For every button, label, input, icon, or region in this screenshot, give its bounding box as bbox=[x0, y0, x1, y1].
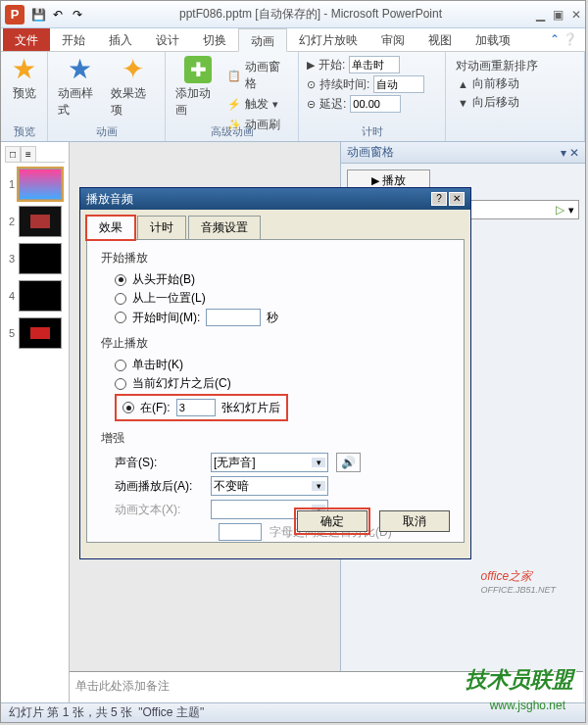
anim-text-label: 动画文本(X): bbox=[115, 502, 203, 518]
highlighted-option: 在(F): 张幻灯片后 bbox=[115, 394, 288, 421]
letter-delay-input bbox=[219, 523, 262, 541]
tab-slideshow[interactable]: 幻灯片放映 bbox=[287, 28, 369, 51]
play-icon: ▷ bbox=[556, 203, 564, 217]
slide-thumb-2[interactable]: 2 bbox=[5, 206, 65, 237]
sound-combo[interactable]: [无声音]▾ bbox=[211, 453, 328, 472]
after-anim-combo[interactable]: 不变暗▾ bbox=[211, 476, 328, 496]
tab-review[interactable]: 审阅 bbox=[369, 28, 416, 51]
redo-icon[interactable]: ↷ bbox=[70, 7, 85, 23]
start-row: ▶ 开始: bbox=[307, 56, 437, 73]
delay-row: ⊝ 延迟: bbox=[307, 95, 437, 113]
slide-thumb-1[interactable]: 1 bbox=[5, 169, 65, 200]
close-pane-icon[interactable]: ✕ bbox=[569, 146, 579, 160]
sound-icon[interactable]: 🔊 bbox=[336, 453, 361, 472]
dialog-tab-audio[interactable]: 音频设置 bbox=[188, 216, 261, 240]
slide-thumbnails-pane: □≡ 1 2 3 4 5 bbox=[1, 142, 70, 702]
slide-thumb-3[interactable]: 3 bbox=[5, 243, 65, 274]
move-earlier-button[interactable]: ▲ 向前移动 bbox=[456, 74, 574, 93]
tab-home[interactable]: 开始 bbox=[50, 28, 97, 51]
trigger-button[interactable]: ⚡ 触发 ▾ bbox=[225, 95, 292, 114]
start-select[interactable] bbox=[349, 56, 400, 73]
restore-icon[interactable]: ▣ bbox=[553, 8, 564, 22]
thumbnail-tab[interactable]: □ bbox=[5, 146, 21, 162]
animation-pane-title: 动画窗格 bbox=[347, 144, 394, 161]
after-n-slides-input[interactable] bbox=[176, 399, 216, 416]
move-later-button[interactable]: ▼ 向后移动 bbox=[456, 93, 574, 112]
dialog-titlebar: 播放音频 ?✕ bbox=[80, 188, 470, 210]
window-title: pptF086.pptm [自动保存的] - Microsoft PowerPo… bbox=[85, 6, 536, 23]
title-bar: P 💾 ↶ ↷ pptF086.pptm [自动保存的] - Microsoft… bbox=[1, 1, 585, 28]
app-icon: P bbox=[5, 5, 24, 24]
delay-input[interactable] bbox=[350, 95, 401, 113]
close-icon[interactable]: ✕ bbox=[571, 8, 581, 22]
dialog-close-icon[interactable]: ✕ bbox=[449, 192, 465, 206]
group-advanced: 高级动画 bbox=[166, 124, 298, 139]
preview-button[interactable]: ★预览 bbox=[7, 54, 41, 104]
slide-thumb-4[interactable]: 4 bbox=[5, 280, 65, 312]
window-controls: ▁ ▣ ✕ bbox=[536, 8, 581, 22]
duration-row: ⊙ 持续时间: bbox=[307, 75, 437, 93]
slide-thumb-5[interactable]: 5 bbox=[5, 317, 65, 349]
stop-playback-label: 停止播放 bbox=[101, 335, 450, 352]
play-audio-dialog: 播放音频 ?✕ 效果 计时 音频设置 开始播放 从头开始(B) 从上一位置(L)… bbox=[79, 187, 471, 559]
dialog-tab-effect[interactable]: 效果 bbox=[86, 216, 135, 240]
dropdown-icon[interactable]: ▾ bbox=[561, 146, 566, 160]
reorder-title: 对动画重新排序 bbox=[456, 58, 574, 74]
enhance-label: 增强 bbox=[101, 430, 450, 447]
save-icon[interactable]: 💾 bbox=[30, 7, 46, 23]
ok-button[interactable]: 确定 bbox=[297, 510, 368, 532]
outline-tab[interactable]: ≡ bbox=[21, 146, 36, 162]
radio-from-last[interactable] bbox=[115, 293, 126, 305]
radio-start-time[interactable] bbox=[115, 312, 126, 323]
minimize-icon[interactable]: ▁ bbox=[536, 8, 545, 22]
tab-view[interactable]: 视图 bbox=[416, 28, 464, 51]
theme-name: "Office 主题" bbox=[138, 704, 204, 721]
group-preview: 预览 bbox=[1, 124, 47, 139]
undo-icon[interactable]: ↶ bbox=[50, 7, 66, 23]
tab-transition[interactable]: 切换 bbox=[191, 28, 238, 51]
sound-label: 声音(S): bbox=[115, 455, 203, 471]
watermark-main: 技术员联盟 bbox=[466, 665, 573, 695]
tab-animation[interactable]: 动画 bbox=[238, 28, 287, 52]
tab-file[interactable]: 文件 bbox=[3, 28, 50, 51]
quick-access-toolbar: 💾 ↶ ↷ bbox=[30, 7, 85, 23]
animation-pane-button[interactable]: 📋 动画窗格 bbox=[225, 58, 292, 93]
radio-on-click[interactable] bbox=[115, 360, 126, 371]
group-timing: 计时 bbox=[299, 124, 445, 139]
tab-design[interactable]: 设计 bbox=[144, 28, 191, 51]
cancel-button[interactable]: 取消 bbox=[379, 510, 450, 532]
tab-addin[interactable]: 加载项 bbox=[464, 28, 522, 51]
ribbon-tabs: 文件 开始 插入 设计 切换 动画 幻灯片放映 审阅 视图 加载项 ⌃ ❔ bbox=[1, 28, 585, 52]
ribbon: ★预览 预览 ★动画样式 ✦效果选项 动画 ✚添加动画 📋 动画窗格 ⚡ 触发 … bbox=[1, 52, 585, 142]
slide-counter: 幻灯片 第 1 张，共 5 张 bbox=[9, 704, 132, 721]
radio-from-beginning[interactable] bbox=[115, 274, 126, 286]
ribbon-help[interactable]: ⌃ ❔ bbox=[542, 28, 585, 51]
dialog-help-icon[interactable]: ? bbox=[431, 192, 447, 206]
radio-after-current[interactable] bbox=[115, 378, 126, 390]
duration-input[interactable] bbox=[373, 75, 424, 93]
tab-insert[interactable]: 插入 bbox=[97, 28, 144, 51]
after-anim-label: 动画播放后(A): bbox=[115, 478, 203, 495]
group-animation: 动画 bbox=[48, 124, 165, 139]
watermark-url: www.jsgho.net bbox=[490, 699, 565, 712]
watermark-office: office之家OFFICE.JB51.NET bbox=[480, 566, 556, 595]
start-time-input[interactable] bbox=[206, 309, 261, 326]
dialog-tab-timing[interactable]: 计时 bbox=[137, 216, 186, 240]
start-playback-label: 开始播放 bbox=[101, 250, 450, 266]
radio-after-n-slides[interactable] bbox=[122, 402, 134, 413]
